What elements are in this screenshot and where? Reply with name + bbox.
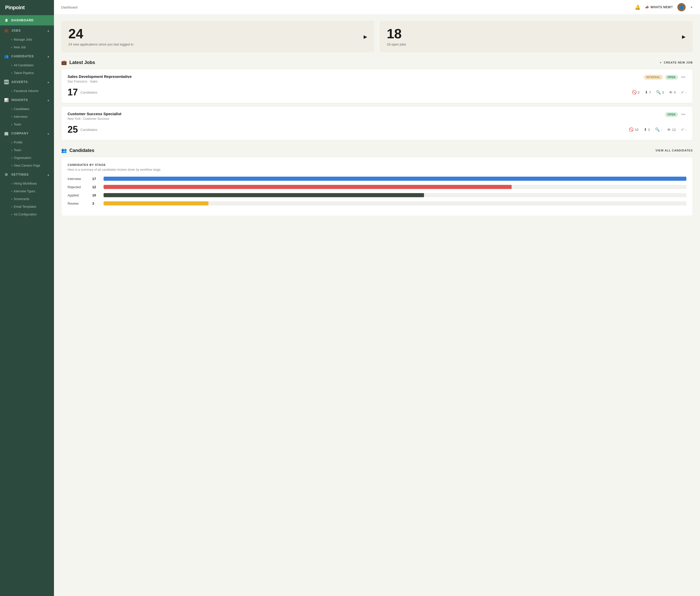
job-card-0: Sales Development Representative San Fra… [61,69,693,103]
job-stat-download-0: ⬇ 7 [645,90,651,95]
settings-icon: ⚙ [4,172,9,177]
job-badges-0: INTERNAL OPEN ••• [644,74,686,80]
stats-row: 24 24 new applications since you last lo… [61,21,693,52]
job-stat-view-0: 👁 5 [669,90,676,95]
sidebar-item-insights[interactable]: 📊 Insights ▲ [0,95,54,105]
search-icon-0: 🔍 [656,90,661,95]
job-meta-0: San Francisco · Sales [68,80,132,83]
topbar: Dashboard 🔔 📣 WHATS NEW? 👤 ▼ [54,0,700,15]
eye-icon-1: 👁 [667,127,671,132]
sidebar-item-scorecards[interactable]: Scorecards [0,195,54,203]
job-title-0: Sales Development Representative [68,74,132,79]
stat-open-jobs-number: 18 [387,27,406,40]
eye-icon-0: 👁 [669,90,673,95]
sidebar-item-company[interactable]: 🏢 Company ▲ [0,128,54,139]
view-all-candidates-button[interactable]: VIEW ALL CANDIDATES [655,149,693,152]
candidates-title-group: 👥 Candidates [61,148,94,153]
whats-new-button[interactable]: 📣 WHATS NEW? [645,5,673,9]
job-candidate-label-1: Candidates [80,128,97,132]
stat-card-open-jobs[interactable]: 18 18 open jobs ▶ [380,21,693,52]
stage-bar-applied [104,193,424,197]
stage-row-applied: Applied 10 [68,193,686,197]
sidebar-item-jobs[interactable]: 💼 Jobs ▲ [0,25,54,36]
sidebar-item-facebook-adverts[interactable]: Facebook Adverts [0,87,54,95]
sidebar-item-adverts[interactable]: Ad Adverts ▲ [0,77,54,87]
company-icon: 🏢 [4,131,9,136]
adverts-chevron: ▲ [47,81,50,83]
job-more-0[interactable]: ••• [680,74,686,80]
sidebar-item-team-insight[interactable]: Team [0,121,54,128]
stage-bar-review [104,201,208,205]
company-chevron: ▲ [47,132,50,135]
sidebar-item-candidates-insight[interactable]: Candidates [0,105,54,113]
jobs-chevron: ▲ [47,29,50,32]
sidebar-item-view-careers-page[interactable]: View Careers Page [0,162,54,169]
job-stat-view-1: 👁 12 [667,127,676,132]
job-card-1-footer: 25 Candidates 🚫 10 ⬇ 3 🔍 - [68,124,686,135]
job-candidate-count-1: 25 [68,124,78,135]
create-new-job-button[interactable]: + CREATE NEW JOB [660,61,693,64]
stat-card-applications[interactable]: 24 24 new applications since you last lo… [61,21,374,52]
adverts-icon: Ad [4,80,9,84]
stat-open-jobs-label: 18 open jobs [387,43,406,46]
sidebar-item-dashboard[interactable]: 🖥 Dashboard [0,15,54,25]
job-candidate-count-0: 17 [68,87,78,98]
candidates-section-icon: 👥 [61,148,67,153]
job-card-1: Customer Success Specialist New York · C… [61,106,693,141]
sidebar-item-manage-jobs[interactable]: Manage Jobs [0,36,54,44]
sidebar-item-organisation[interactable]: Organisation [0,154,54,162]
settings-chevron: ▲ [47,173,50,176]
sidebar-item-interviews-insight[interactable]: Interviews [0,113,54,121]
candidates-section-title: Candidates [69,148,94,153]
sidebar-item-team[interactable]: Team [0,146,54,154]
badge-internal-0: INTERNAL [644,75,663,80]
sidebar-item-settings[interactable]: ⚙ Settings ▲ [0,169,54,180]
topbar-actions: 🔔 📣 WHATS NEW? 👤 ▼ [635,3,693,11]
dashboard-content: 24 24 new applications since you last lo… [54,15,700,596]
sidebar-item-email-templates[interactable]: Email Templates [0,203,54,210]
stat-open-jobs-arrow-icon[interactable]: ▶ [682,34,685,40]
candidates-section-header: 👥 Candidates VIEW ALL CANDIDATES [61,148,693,153]
download-icon-0: ⬇ [645,90,648,95]
job-more-1[interactable]: ••• [680,111,686,117]
user-chevron-icon[interactable]: ▼ [690,6,693,9]
sidebar-item-interview-types[interactable]: Interview Types [0,188,54,195]
job-stat-download-1: ⬇ 3 [644,127,650,132]
stage-count-review: 3 [92,202,100,205]
candidates-chevron: ▲ [47,55,50,58]
job-stat-search-0: 🔍 3 [656,90,664,95]
sidebar-item-candidates[interactable]: 👥 Candidates ▲ [0,51,54,61]
job-stat-search-1: 🔍 - [655,127,662,132]
notification-bell-icon[interactable]: 🔔 [635,4,640,10]
stat-applications-arrow-icon[interactable]: ▶ [364,34,367,40]
sidebar-item-talent-pipeline[interactable]: Talent Pipeline [0,69,54,77]
stage-label-review: Review [68,202,88,205]
sidebar-item-hiring-workflows[interactable]: Hiring Workflows [0,180,54,188]
user-avatar[interactable]: 👤 [677,3,685,11]
download-icon-1: ⬇ [644,127,647,132]
candidates-by-stage-card: CANDIDATES BY STAGE Here is a summary of… [61,157,693,216]
badge-open-0: OPEN [665,75,678,80]
stat-open-jobs-content: 18 18 open jobs [387,27,406,46]
by-stage-sub: Here is a summary of all candidates brok… [68,168,686,172]
no-icon-0: 🚫 [632,90,637,95]
sidebar-item-new-job[interactable]: New Job [0,44,54,51]
sidebar-item-profile[interactable]: Profile [0,139,54,146]
stage-bar-bg-applied [104,193,686,197]
job-stat-check-1: ✓ - [681,127,686,132]
job-badges-1: OPEN ••• [665,111,686,117]
latest-jobs-section: 💼 Latest Jobs + CREATE NEW JOB Sales Dev… [61,60,693,141]
stage-count-applied: 10 [92,193,100,197]
stat-applications-label: 24 new applications since you last logge… [68,43,133,46]
sidebar-item-ad-configuration[interactable]: Ad Configuration [0,210,54,218]
check-icon-1: ✓ [681,127,684,132]
job-card-1-header: Customer Success Specialist New York · C… [68,111,686,121]
insights-icon: 📊 [4,98,9,102]
candidates-icon: 👥 [4,54,9,59]
job-stat-check-0: ✓ - [681,90,686,95]
megaphone-icon: 📣 [645,5,649,9]
sidebar-item-all-candidates[interactable]: All Candidates [0,61,54,69]
latest-jobs-title-group: 💼 Latest Jobs [61,60,95,65]
stage-count-rejected: 12 [92,185,100,189]
stat-applications-content: 24 24 new applications since you last lo… [68,27,133,46]
